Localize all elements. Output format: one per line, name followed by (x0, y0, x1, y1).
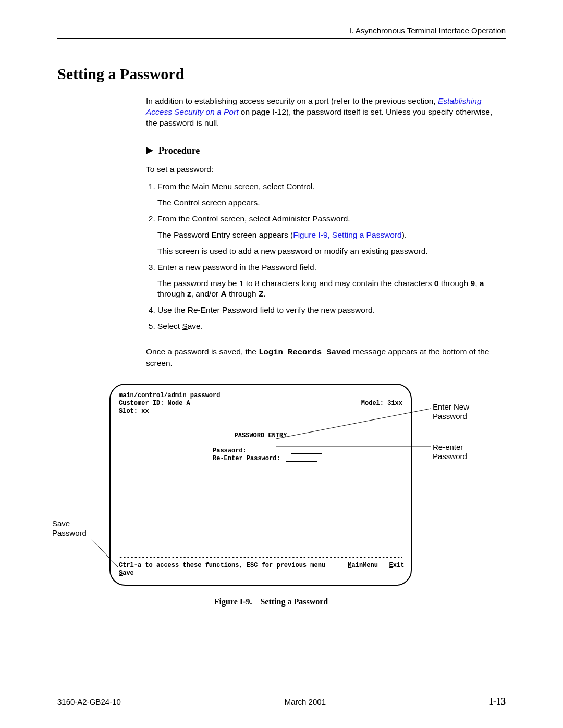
s3b-j: A (221, 289, 227, 298)
step-3: Enter a new password in the Password fie… (157, 262, 506, 300)
after-a: Once a password is saved, the (146, 347, 259, 356)
save-ave: ave (123, 570, 134, 577)
s3b-h: z (187, 289, 191, 298)
terminal-save-row[interactable]: Save (119, 570, 402, 577)
procedure-lead: To set a password: (146, 164, 506, 175)
step-4: Use the Re-Enter Password field to verif… (157, 305, 506, 316)
step-2-note: This screen is used to add a new passwor… (157, 246, 506, 257)
terminal-help-row: Ctrl-a to access these functions, ESC fo… (119, 562, 402, 570)
mainmenu-option[interactable]: MainMenu (348, 562, 378, 570)
mainmenu-m: M (348, 562, 351, 569)
step-1-text: From the Main Menu screen, select Contro… (157, 182, 315, 191)
s3b-l: Z (259, 289, 263, 298)
procedure-label: Procedure (158, 144, 200, 157)
s3b-f: a (480, 279, 484, 288)
exit-rest: xit (393, 562, 405, 569)
header-rule (57, 38, 506, 39)
s3b-k: through (227, 289, 259, 298)
s3b-d: 9 (471, 279, 475, 288)
step-2: From the Control screen, select Administ… (157, 214, 506, 257)
footer-page-number: I-13 (489, 696, 506, 707)
step-2b-post: ). (402, 230, 407, 239)
callout-save-password: Save Password (52, 519, 99, 538)
step-2-text: From the Control screen, select Administ… (157, 214, 350, 223)
terminal-slot: Slot: xx (119, 408, 402, 415)
s3b-c: through (438, 279, 470, 288)
callout-reenter-password: Re-enter Password (433, 442, 495, 461)
s3b-a: The password may be 1 to 8 characters lo… (157, 279, 434, 288)
s3b-g: through (157, 289, 187, 298)
mainmenu-rest: ainMenu (352, 562, 378, 569)
intro-paragraph: In addition to establishing access secur… (146, 96, 506, 129)
svg-marker-0 (146, 147, 153, 154)
footer-doc-id: 3160-A2-GB24-10 (57, 697, 121, 706)
figure-caption: Figure I-9. Setting a Password (109, 597, 433, 607)
step-2-result: The Password Entry screen appears (Figur… (157, 230, 506, 241)
terminal-title: PASSWORD ENTRY (119, 432, 402, 440)
password-input[interactable] (291, 446, 322, 454)
terminal-path: main/control/admin_password (119, 392, 402, 400)
figure-terminal: main/control/admin_password Customer ID:… (99, 384, 506, 607)
step-5-b: S (182, 322, 187, 330)
exit-option[interactable]: Exit (389, 562, 405, 570)
password-label: Password: (213, 447, 247, 455)
step-3-note: The password may be 1 to 8 characters lo… (157, 278, 506, 300)
s3b-i: , and/or (191, 289, 221, 298)
after-paragraph: Once a password is saved, the Login Reco… (146, 347, 506, 369)
footer-date: March 2001 (285, 697, 326, 706)
step-5-c: ave. (188, 322, 203, 330)
procedure-heading: Procedure (146, 144, 506, 157)
step-3-text: Enter a new password in the Password fie… (157, 263, 316, 272)
s3b-e: , (475, 279, 480, 288)
figure-number: Figure I-9. (214, 597, 252, 606)
reenter-input[interactable] (286, 454, 317, 462)
reenter-field-row: Re-Enter Password: (213, 455, 402, 463)
step-5: Select Save. (157, 321, 506, 332)
after-b: Login Records Saved (259, 348, 351, 357)
step-4-text: Use the Re-Enter Password field to verif… (157, 305, 375, 314)
terminal-screen: main/control/admin_password Customer ID:… (109, 384, 412, 586)
step-1: From the Main Menu screen, select Contro… (157, 181, 506, 208)
terminal-model: Model: 31xx (361, 400, 402, 408)
callout-enter-new-password: Enter New Password (433, 402, 495, 421)
running-header: I. Asynchronous Terminal Interface Opera… (57, 26, 506, 35)
step-2b-pre: The Password Entry screen appears ( (157, 230, 293, 239)
terminal-help-text: Ctrl-a to access these functions, ESC fo… (119, 562, 325, 570)
exit-e: E (389, 562, 393, 569)
s3b-m: . (263, 289, 265, 298)
terminal-customer: Customer ID: Node A (119, 400, 190, 408)
reenter-label: Re-Enter Password: (213, 455, 280, 463)
step-1-result: The Control screen appears. (157, 198, 506, 208)
figure-title: Setting a Password (260, 597, 328, 606)
figure-link[interactable]: Figure I-9, Setting a Password (293, 230, 402, 239)
procedure-steps: From the Main Menu screen, select Contro… (146, 181, 506, 332)
triangle-right-icon (146, 147, 154, 154)
page-title: Setting a Password (57, 65, 506, 83)
terminal-separator: ----------------------------------------… (119, 554, 402, 562)
page-footer: 3160-A2-GB24-10 March 2001 I-13 (57, 696, 506, 707)
intro-pre: In addition to establishing access secur… (146, 96, 438, 105)
step-5-a: Select (157, 322, 182, 330)
